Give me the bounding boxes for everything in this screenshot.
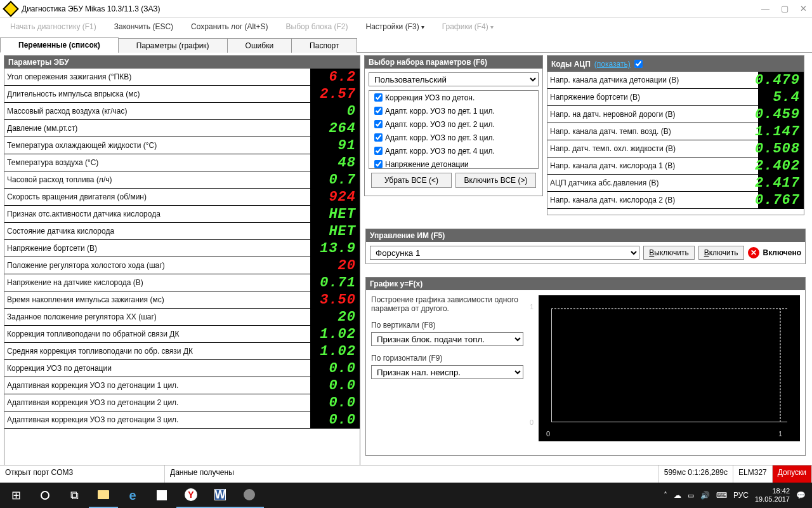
remove-all-button[interactable]: Убрать ВСЕ (<) <box>371 173 452 188</box>
word-icon[interactable]: W <box>206 483 235 508</box>
tray-notifications-icon[interactable]: 💬 <box>796 491 806 500</box>
window-title: Диагностика ЭБУ Mikas 10.3/11.3 (ЗАЗ) <box>22 4 761 13</box>
param-row[interactable]: Признак отс.активности датчика кислорода… <box>4 206 360 223</box>
edge-icon[interactable]: e <box>118 483 147 508</box>
paramset-checklist[interactable]: Коррекция УОЗ по детон.Адапт. корр. УОЗ … <box>369 90 539 169</box>
checklist-item[interactable]: Адапт. корр. УОЗ по дет. 3 цил. <box>369 131 538 144</box>
store-icon[interactable] <box>147 483 176 508</box>
checklist-checkbox[interactable] <box>374 160 383 168</box>
im-stop-icon[interactable]: ✕ <box>748 247 759 258</box>
param-row[interactable]: Коррекция топливоподачи по обратной связ… <box>4 326 360 343</box>
adc-value: 0.459 <box>758 106 804 123</box>
ecu-params-list[interactable]: Угол опережения зажигания (°ПКВ)6.2Длите… <box>4 69 360 470</box>
param-row[interactable]: Скорость вращения двигателя (об/мин)924 <box>4 189 360 206</box>
param-row[interactable]: Напряжение бортсети (В)13.9 <box>4 240 360 257</box>
param-row[interactable]: Угол опережения зажигания (°ПКВ)6.2 <box>4 69 360 86</box>
menu-save-log[interactable]: Сохранить лог (Alt+S) <box>191 22 268 31</box>
menu-settings[interactable]: Настройки (F3) <box>365 22 424 31</box>
graph-horiz-select[interactable]: Признак нал. неиспр. <box>371 365 523 379</box>
app-taskbar-icon[interactable] <box>235 483 264 508</box>
im-select[interactable]: Форсунка 1 <box>370 246 639 260</box>
param-label: Температура воздуха (°С) <box>4 158 310 167</box>
checklist-item[interactable]: Адапт. корр. УОЗ по дет. 4 цил. <box>369 144 538 157</box>
tab-errors[interactable]: Ошибки <box>227 38 292 53</box>
param-row[interactable]: Адаптивная коррекция УОЗ по детонации 3 … <box>4 411 360 429</box>
taskview-icon[interactable]: ⧉ <box>60 483 89 508</box>
param-label: Признак отс.активности датчика кислорода <box>4 210 310 218</box>
adc-row[interactable]: Напр. канала датч. кислорода 2 (В)0.767 <box>547 192 804 209</box>
graph-horiz-label: По горизонтали (F9) <box>371 354 523 363</box>
tray-language[interactable]: РУС <box>733 491 749 500</box>
param-row[interactable]: Положение регулятора холостого хода (шаг… <box>4 257 360 274</box>
adc-row[interactable]: Напряжение бортсети (В)5.4 <box>547 89 804 106</box>
param-row[interactable]: Температура охлаждающей жидкости (°С)91 <box>4 137 360 154</box>
checklist-label: Напряжение детонации <box>385 160 469 169</box>
param-row[interactable]: Коррекция УОЗ по детонации0.0 <box>4 360 360 377</box>
paramset-select[interactable]: Пользовательский <box>369 72 539 86</box>
explorer-icon[interactable] <box>89 483 118 508</box>
adc-row[interactable]: Напр. канала датч. кислорода 1 (В)2.402 <box>547 157 804 175</box>
adc-label: Напр. канала датчика детонации (В) <box>547 76 758 84</box>
statusbar: Открыт порт COM3 Данные получены 599мс 0… <box>0 465 812 483</box>
tray-network-icon[interactable]: ▭ <box>688 491 694 500</box>
param-row[interactable]: Длительность импульса впрыска (мс)2.57 <box>4 86 360 103</box>
adc-row[interactable]: Напр. на датч. неровной дороги (В)0.459 <box>547 106 804 123</box>
tab-parameters[interactable]: Параметры (график) <box>118 38 228 53</box>
adc-row[interactable]: Напр. датч. темп. охл. жидкости (В)0.508 <box>547 140 804 157</box>
tray-keyboard-icon[interactable]: ⌨ <box>716 491 727 500</box>
adc-row[interactable]: АЦП датчика абс.давления (В)2.417 <box>547 175 804 192</box>
graph-vert-select[interactable]: Признак блок. подачи топл. <box>371 332 523 346</box>
status-data: Данные получены <box>165 465 659 483</box>
checklist-checkbox[interactable] <box>374 133 383 142</box>
adc-row[interactable]: Напр. канала датчика детонации (В)0.479 <box>547 72 804 89</box>
yandex-icon[interactable]: Y <box>176 483 206 508</box>
tray-chevron-icon[interactable]: ˄ <box>664 491 667 500</box>
param-row[interactable]: Напряжение на датчике кислорода (В)0.71 <box>4 274 360 291</box>
adc-row[interactable]: Напр. канала датч. темп. возд. (В)1.147 <box>547 123 804 140</box>
param-row[interactable]: Средняя коррекция топливоподачи по обр. … <box>4 343 360 360</box>
param-label: Заданное положение регулятора ХХ (шаг) <box>4 312 310 321</box>
checklist-checkbox[interactable] <box>374 107 383 115</box>
param-row[interactable]: Состояние датчика кислородаНЕТ <box>4 223 360 240</box>
minimize-button[interactable]: — <box>761 4 769 13</box>
checklist-checkbox[interactable] <box>374 120 383 128</box>
include-all-button[interactable]: Включить ВСЕ (>) <box>455 173 536 188</box>
param-row[interactable]: Массовый расход воздуха (кг/час)0 <box>4 103 360 120</box>
checklist-item[interactable]: Напряжение детонации <box>369 157 538 169</box>
tab-variables[interactable]: Переменные (список) <box>0 37 119 53</box>
adc-list[interactable]: Напр. канала датчика детонации (В)0.479Н… <box>547 72 804 215</box>
tray-volume-icon[interactable]: 🔊 <box>700 491 710 500</box>
tray-clock[interactable]: 18:42 19.05.2017 <box>755 487 790 504</box>
param-row[interactable]: Температура воздуха (°С)48 <box>4 154 360 171</box>
param-row[interactable]: Время накопления импульса зажигания (мс)… <box>4 291 360 309</box>
menubar: Начать диагностику (F1) Закончить (ESC) … <box>0 18 812 36</box>
param-row[interactable]: Адаптивная коррекция УОЗ по детонации 1 … <box>4 377 360 394</box>
start-button[interactable]: ⊞ <box>1 483 30 508</box>
param-row[interactable]: Заданное положение регулятора ХХ (шаг)20 <box>4 309 360 326</box>
im-off-button[interactable]: Выключить <box>643 246 694 260</box>
tray-onedrive-icon[interactable]: ☁ <box>674 491 681 500</box>
checklist-checkbox[interactable] <box>374 147 383 155</box>
checklist-item[interactable]: Адапт. корр. УОЗ по дет. 1 цил. <box>369 104 538 117</box>
param-label: Адаптивная коррекция УОЗ по детонации 1 … <box>4 381 310 390</box>
param-row[interactable]: Давление (мм.рт.ст)264 <box>4 120 360 137</box>
cortana-icon[interactable] <box>30 483 60 508</box>
menu-graphics: Графики (F4) <box>442 22 494 31</box>
adc-show-link[interactable]: (показать) <box>594 60 631 69</box>
maximize-button[interactable]: ▢ <box>781 4 789 13</box>
param-value: 0.0 <box>310 360 360 377</box>
tab-passport[interactable]: Паспорт <box>291 38 357 53</box>
im-on-button[interactable]: Включить <box>698 246 744 260</box>
checklist-item[interactable]: Коррекция УОЗ по детон. <box>369 91 538 104</box>
param-label: Напряжение на датчике кислорода (В) <box>4 278 310 287</box>
checklist-item[interactable]: Адапт. корр. УОЗ по дет. 2 цил. <box>369 117 538 131</box>
adc-label: Напр. канала датч. темп. возд. (В) <box>547 127 758 136</box>
param-row[interactable]: Адаптивная коррекция УОЗ по детонации 2 … <box>4 394 360 411</box>
adc-show-checkbox[interactable] <box>634 60 643 68</box>
close-button[interactable]: ✕ <box>800 4 807 13</box>
param-row[interactable]: Часовой расход топлива (л/ч)0.7 <box>4 171 360 189</box>
status-dopuski[interactable]: Допуски <box>773 465 812 483</box>
titlebar: Диагностика ЭБУ Mikas 10.3/11.3 (ЗАЗ) — … <box>0 0 812 18</box>
checklist-checkbox[interactable] <box>374 93 383 102</box>
menu-finish[interactable]: Закончить (ESC) <box>114 22 173 31</box>
